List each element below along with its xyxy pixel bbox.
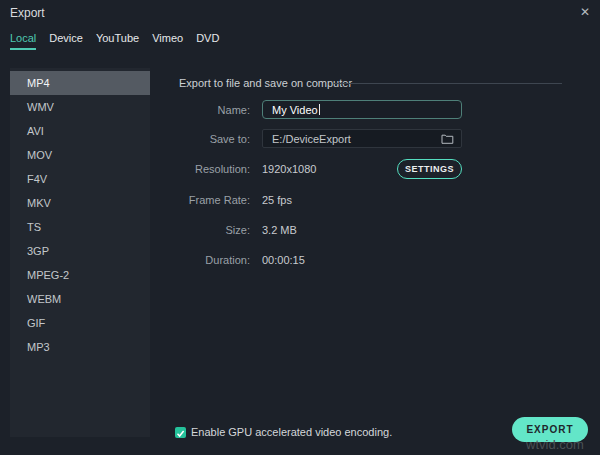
- format-item-wmv[interactable]: WMV: [10, 95, 150, 119]
- resolution-value: 1920x1080: [262, 163, 316, 175]
- name-input[interactable]: My Video: [262, 100, 462, 119]
- duration-value: 00:00:15: [262, 254, 305, 266]
- tab-bar: Local Device YouTube Vimeo DVD: [10, 32, 219, 50]
- duration-label: Duration:: [160, 254, 250, 266]
- save-to-value: E:/DeviceExport: [272, 133, 351, 145]
- folder-browse-icon[interactable]: [441, 133, 454, 145]
- name-label: Name:: [160, 104, 250, 116]
- format-item-mp4[interactable]: MP4: [10, 71, 150, 95]
- resolution-label: Resolution:: [160, 163, 250, 175]
- format-item-gif[interactable]: GIF: [10, 311, 150, 335]
- format-item-webm[interactable]: WEBM: [10, 287, 150, 311]
- tab-vimeo[interactable]: Vimeo: [152, 32, 183, 50]
- format-item-mpeg2[interactable]: MPEG-2: [10, 263, 150, 287]
- tab-local[interactable]: Local: [10, 32, 36, 50]
- format-item-mkv[interactable]: MKV: [10, 191, 150, 215]
- size-label: Size:: [160, 224, 250, 236]
- format-item-avi[interactable]: AVI: [10, 119, 150, 143]
- tab-dvd[interactable]: DVD: [196, 32, 219, 50]
- frame-rate-value: 25 fps: [262, 194, 292, 206]
- section-divider: [333, 83, 562, 84]
- tab-youtube[interactable]: YouTube: [96, 32, 139, 50]
- export-button[interactable]: EXPORT: [512, 417, 588, 442]
- save-to-field[interactable]: E:/DeviceExport: [262, 129, 462, 148]
- section-title: Export to file and save on computer: [179, 77, 352, 89]
- format-item-3gp[interactable]: 3GP: [10, 239, 150, 263]
- frame-rate-label: Frame Rate:: [160, 194, 250, 206]
- format-list: MP4 WMV AVI MOV F4V MKV TS 3GP MPEG-2 WE…: [10, 68, 150, 437]
- format-item-f4v[interactable]: F4V: [10, 167, 150, 191]
- format-item-ts[interactable]: TS: [10, 215, 150, 239]
- gpu-encoding-label: Enable GPU accelerated video encoding.: [191, 426, 392, 438]
- check-icon: [176, 424, 185, 442]
- window-title: Export: [10, 6, 45, 20]
- text-caret: [319, 104, 320, 115]
- name-input-value: My Video: [272, 104, 318, 116]
- export-dialog: Export ✕ Local Device YouTube Vimeo DVD …: [0, 0, 600, 455]
- format-item-mov[interactable]: MOV: [10, 143, 150, 167]
- tab-device[interactable]: Device: [49, 32, 83, 50]
- settings-button[interactable]: SETTINGS: [397, 159, 462, 179]
- gpu-encoding-checkbox[interactable]: [175, 427, 186, 438]
- format-item-mp3[interactable]: MP3: [10, 335, 150, 359]
- size-value: 3.2 MB: [262, 224, 297, 236]
- save-to-label: Save to:: [160, 133, 250, 145]
- close-icon[interactable]: ✕: [580, 5, 590, 19]
